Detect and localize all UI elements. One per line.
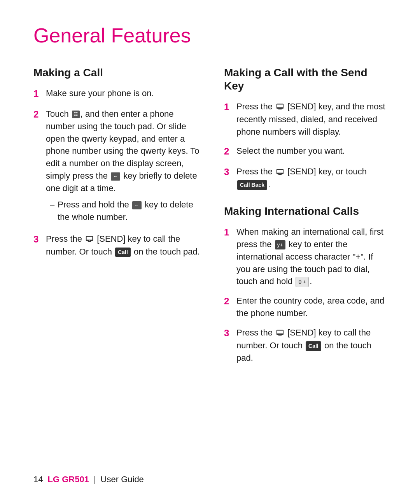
list-item: 1 When making an international call, fir…: [224, 226, 389, 288]
list-number: 1: [224, 226, 233, 288]
dialpad-icon: ☷: [72, 111, 80, 118]
list-number: 3: [224, 327, 233, 364]
call-button-icon: Call: [115, 248, 131, 257]
footer-page-number: 14: [33, 474, 43, 485]
sub-list: Press and hold the ← key to delete the w…: [46, 198, 201, 223]
list-item-text: Make sure your phone is on.: [46, 87, 201, 101]
call-back-button-icon: Call Back: [237, 180, 267, 190]
sub-list-item-text: Press and hold the ← key to delete the w…: [58, 198, 201, 223]
backspace-key-icon: ←: [111, 172, 120, 181]
list-number: 2: [33, 108, 42, 226]
international-calls-list: 1 When making an international call, fir…: [224, 226, 389, 364]
list-item: 2 Select the number you want.: [224, 145, 389, 158]
page-container: General Features Making a Call 1 Make su…: [0, 0, 420, 402]
international-calls-title: Making International Calls: [224, 205, 389, 218]
international-calls-section: Making International Calls 1 When making…: [224, 205, 389, 364]
list-item: 2 Touch ☷, and then enter a phone number…: [33, 108, 201, 226]
list-number: 3: [33, 233, 42, 258]
footer-separator: |: [94, 474, 96, 485]
left-column: Making a Call 1 Make sure your phone is …: [33, 66, 201, 371]
zero-plus-key-icon: 0 +: [296, 277, 309, 287]
send-key-section: Making a Call with the Send Key 1 Press …: [224, 66, 389, 191]
list-item-text: Touch ☷, and then enter a phone number u…: [46, 108, 201, 226]
list-item: 3 Press the [SEND] key, or touch Call Ba…: [224, 165, 389, 191]
call-button-icon: Call: [306, 341, 321, 351]
list-item: 3 Press the [SEND] key to call the numbe…: [224, 327, 389, 364]
two-column-layout: Making a Call 1 Make sure your phone is …: [33, 66, 389, 371]
list-item: 2 Enter the country code, area code, and…: [224, 295, 389, 320]
list-item-text: Select the number you want.: [236, 145, 389, 158]
y-plus-key-icon: y+: [275, 240, 285, 249]
send-key-icon: [276, 166, 284, 179]
send-key-list: 1 Press the [SEND] key, and the most rec…: [224, 100, 389, 191]
making-a-call-list: 1 Make sure your phone is on. 2 Touch ☷,…: [33, 87, 201, 258]
list-item-text: Press the [SEND] key to call the number.…: [46, 233, 201, 258]
backspace-key-icon: ←: [132, 201, 142, 209]
list-number: 2: [224, 295, 233, 320]
making-a-call-title: Making a Call: [33, 66, 201, 79]
list-item-text: When making an international call, first…: [236, 226, 389, 288]
list-item-text: Enter the country code, area code, and t…: [236, 295, 389, 320]
list-number: 1: [224, 100, 233, 138]
list-item-text: Press the [SEND] key, or touch Call Back…: [236, 165, 389, 191]
footer-brand: LG GR501: [47, 474, 89, 485]
footer-guide: User Guide: [101, 474, 144, 485]
list-item-text: Press the [SEND] key, and the most recen…: [236, 100, 389, 138]
list-number: 2: [224, 145, 233, 158]
list-item: 1 Press the [SEND] key, and the most rec…: [224, 100, 389, 138]
footer: 14 LG GR501 | User Guide: [33, 474, 144, 485]
send-key-icon: [276, 101, 284, 113]
list-item-text: Press the [SEND] key to call the number.…: [236, 327, 389, 364]
list-number: 1: [33, 87, 42, 101]
right-column: Making a Call with the Send Key 1 Press …: [224, 66, 389, 371]
list-item: 3 Press the [SEND] key to call the numbe…: [33, 233, 201, 258]
list-item: 1 Make sure your phone is on.: [33, 87, 201, 101]
sub-list-item: Press and hold the ← key to delete the w…: [50, 198, 201, 223]
list-number: 3: [224, 165, 233, 191]
send-key-icon: [276, 327, 284, 339]
page-title: General Features: [33, 23, 389, 47]
send-key-section-title: Making a Call with the Send Key: [224, 66, 389, 92]
send-key-icon: [85, 233, 94, 246]
